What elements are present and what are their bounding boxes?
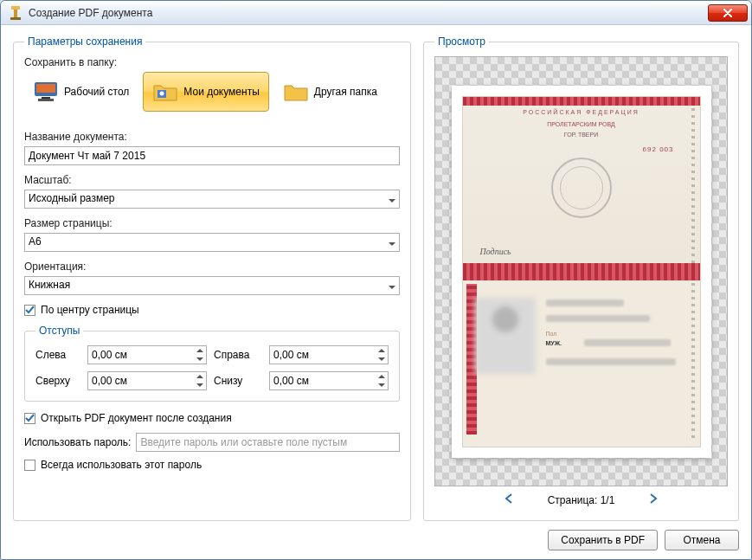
spin-down-icon[interactable] [376, 381, 388, 389]
dialog-window: Создание PDF документа Параметры сохране… [0, 0, 752, 560]
doc-name-input[interactable] [24, 146, 400, 165]
pager-text: Страница: 1/1 [548, 494, 615, 506]
margin-left-label: Слева [35, 349, 80, 361]
margin-right-label: Справа [214, 349, 262, 361]
window-title: Создание PDF документа [29, 7, 708, 19]
svg-rect-0 [11, 6, 20, 10]
open-after-label: Открыть PDF документ после создания [41, 412, 232, 424]
spin-up-icon[interactable] [194, 372, 206, 381]
svg-rect-4 [36, 84, 55, 93]
scale-value: Исходный размер [29, 192, 115, 204]
save-params-group: Параметры сохранения Сохранить в папку: … [13, 35, 411, 521]
margin-bottom-label: Снизу [214, 375, 262, 387]
password-input[interactable] [136, 433, 400, 452]
spin-down-icon[interactable] [376, 355, 388, 364]
save-to-label: Сохранить в папку: [24, 56, 400, 68]
cancel-button[interactable]: Отмена [665, 530, 739, 550]
stamp-icon [551, 158, 612, 218]
passport-photo [475, 298, 536, 374]
app-icon [8, 5, 23, 21]
spin-up-icon[interactable] [376, 346, 388, 355]
center-page-checkbox[interactable] [24, 305, 35, 316]
orientation-label: Ориентация: [24, 261, 400, 273]
check-icon [25, 414, 35, 423]
check-icon [25, 306, 35, 315]
always-password-label: Всегда использовать этот пароль [41, 459, 202, 471]
scale-label: Масштаб: [24, 174, 400, 186]
passport-country: РОССИЙСКАЯ ФЕДЕРАЦИЯ [463, 109, 700, 115]
chevron-down-icon [389, 280, 395, 292]
doc-name-label: Название документа: [24, 131, 400, 143]
page-next-button[interactable] [649, 493, 658, 506]
passport-number: 692 003 [643, 145, 674, 153]
close-button[interactable] [708, 4, 748, 22]
svg-point-8 [160, 92, 164, 96]
preview-canvas: РОССИЙСКАЯ ФЕДЕРАЦИЯ ПРОЛЕТАРСКИМ РОВД Г… [434, 56, 728, 486]
folder-icon [283, 80, 309, 103]
preview-group: Просмотр РОССИЙСКАЯ ФЕДЕРАЦИЯ ПРОЛЕТАРСК… [423, 35, 739, 521]
margins-group: Отступы Слева Справа Сверху Снизу [24, 325, 400, 402]
signature: Подпись [480, 247, 511, 256]
svg-rect-5 [42, 97, 50, 99]
passport-issuer: ПРОЛЕТАРСКИМ РОВД [463, 121, 700, 127]
open-after-checkbox[interactable] [24, 413, 35, 424]
center-page-label: По центру страницы [41, 304, 139, 316]
spin-down-icon[interactable] [194, 355, 206, 364]
orientation-value: Книжная [29, 279, 70, 291]
arrow-right-icon [649, 493, 658, 504]
margin-bottom-input[interactable] [269, 371, 389, 390]
spin-down-icon[interactable] [194, 381, 206, 389]
page-size-value: A6 [29, 235, 42, 248]
always-password-checkbox[interactable] [24, 460, 35, 471]
scale-select[interactable]: Исходный размер [24, 190, 400, 209]
preview-page: РОССИЙСКАЯ ФЕДЕРАЦИЯ ПРОЛЕТАРСКИМ РОВД Г… [452, 86, 711, 458]
folder-mydocs-label: Мои документы [183, 86, 259, 98]
save-params-legend: Параметры сохранения [24, 35, 145, 48]
spin-up-icon[interactable] [194, 346, 206, 355]
chevron-down-icon [389, 236, 395, 248]
svg-rect-2 [10, 17, 21, 20]
gender-value: МУЖ. [546, 340, 562, 346]
desktop-icon [33, 80, 59, 103]
dialog-footer: Сохранить в PDF Отмена [13, 521, 739, 550]
folder-desktop-label: Рабочий стол [64, 86, 129, 98]
arrow-left-icon [505, 493, 513, 504]
password-label: Использовать пароль: [24, 436, 131, 448]
passport-scan: РОССИЙСКАЯ ФЕДЕРАЦИЯ ПРОЛЕТАРСКИМ РОВД Г… [462, 96, 701, 447]
folder-mydocs-button[interactable]: Мои документы [143, 72, 268, 112]
page-size-label: Размер страницы: [24, 217, 400, 229]
page-size-select[interactable]: A6 [24, 233, 400, 252]
orientation-select[interactable]: Книжная [24, 276, 400, 295]
chevron-down-icon [389, 193, 395, 205]
passport-city: ГОР. ТВЕРИ [463, 132, 700, 138]
pager: Страница: 1/1 [434, 486, 728, 510]
titlebar: Создание PDF документа [1, 1, 751, 25]
svg-rect-6 [38, 99, 54, 101]
folder-other-label: Другая папка [314, 86, 377, 98]
dialog-body: Параметры сохранения Сохранить в папку: … [1, 25, 751, 559]
page-prev-button[interactable] [505, 493, 513, 506]
folder-other-button[interactable]: Другая папка [274, 72, 386, 112]
margin-top-input[interactable] [87, 371, 207, 390]
preview-legend: Просмотр [434, 35, 489, 48]
svg-rect-1 [14, 10, 17, 18]
gender-label: Пол [546, 331, 557, 337]
margin-right-input[interactable] [269, 345, 389, 364]
folder-mydocs-icon [152, 80, 178, 103]
spin-up-icon[interactable] [376, 372, 388, 381]
margin-top-label: Сверху [35, 375, 80, 387]
close-icon [723, 9, 733, 17]
margins-legend: Отступы [35, 325, 83, 337]
folder-desktop-button[interactable]: Рабочий стол [24, 72, 138, 112]
save-pdf-button[interactable]: Сохранить в PDF [548, 530, 658, 550]
margin-left-input[interactable] [87, 345, 207, 364]
